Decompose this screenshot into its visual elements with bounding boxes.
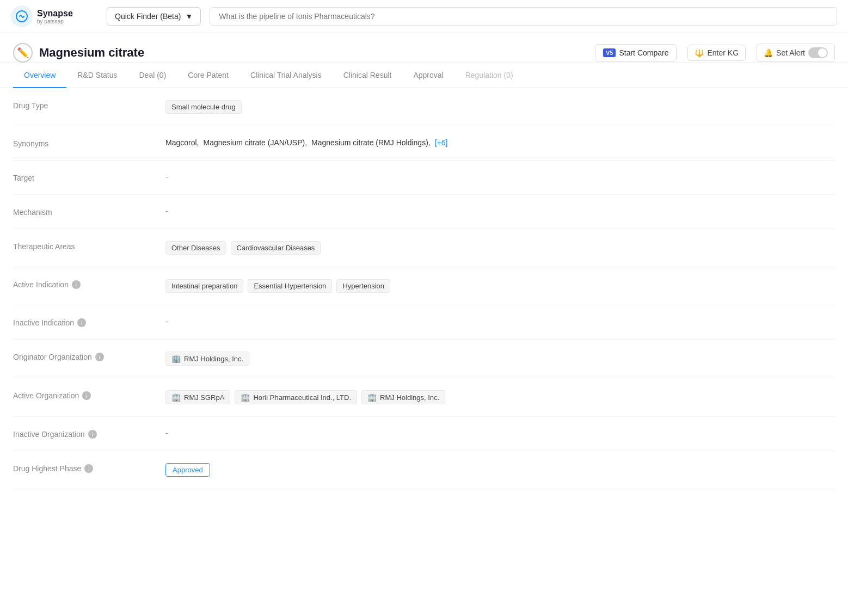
vs-badge: V5: [603, 48, 616, 57]
org-icon: 🏢: [171, 354, 181, 363]
toggle-knob: [818, 48, 827, 57]
originator-org-value: 🏢 RMJ Holdings, Inc.: [165, 352, 835, 366]
drug-name: Magnesium citrate: [39, 46, 144, 60]
header-actions: V5 Start Compare 🔱 Enter KG 🔔 Set Alert: [595, 44, 835, 62]
mechanism-label: Mechanism: [13, 207, 165, 217]
mechanism-dash: -: [165, 207, 168, 215]
inactive-org-value: -: [165, 429, 835, 438]
inactive-indication-row: Inactive Indication i -: [13, 305, 835, 340]
target-label: Target: [13, 173, 165, 182]
mechanism-value: -: [165, 207, 835, 215]
originator-org-row: Originator Organization i 🏢 RMJ Holdings…: [13, 340, 835, 378]
enter-kg-button[interactable]: 🔱 Enter KG: [687, 45, 746, 61]
synonyms-label: Synonyms: [13, 138, 165, 148]
therapeutic-areas-row: Therapeutic Areas Other Diseases Cardiov…: [13, 229, 835, 267]
drug-highest-phase-tag[interactable]: Approved: [165, 463, 210, 477]
tab-regulation[interactable]: Regulation (0): [454, 63, 524, 88]
tab-overview[interactable]: Overview: [13, 63, 66, 88]
drug-icon: ✏️: [13, 43, 33, 63]
logo-title: Synapse: [37, 9, 73, 19]
logo-sub: by patsnap: [37, 19, 73, 24]
quick-finder-label: Quick Finder (Beta): [115, 12, 181, 21]
active-org-value: 🏢 RMJ SGRpA 🏢 Horii Pharmaceutical Ind.,…: [165, 390, 835, 404]
active-indication-value: Intestinal preparation Essential Hyperte…: [165, 279, 835, 293]
active-indication-row: Active Indication i Intestinal preparati…: [13, 267, 835, 305]
inactive-indication-label: Inactive Indication i: [13, 317, 165, 327]
active-org-tag-1[interactable]: 🏢 RMJ SGRpA: [165, 390, 230, 404]
indication-tag-hypertension-essential: Essential Hypertension: [248, 279, 332, 293]
drug-highest-phase-value: Approved: [165, 463, 835, 477]
synonyms-row: Synonyms Magcorol, Magnesium citrate (JA…: [13, 126, 835, 161]
originator-org-tag[interactable]: 🏢 RMJ Holdings, Inc.: [165, 352, 249, 366]
drug-header: ✏️ Magnesium citrate V5 Start Compare 🔱 …: [0, 33, 848, 63]
set-alert-label: Set Alert: [776, 48, 805, 57]
therapeutic-areas-label: Therapeutic Areas: [13, 241, 165, 251]
drug-highest-phase-info-icon[interactable]: i: [84, 464, 93, 473]
org-icon-2: 🏢: [241, 393, 250, 402]
search-input[interactable]: [210, 7, 837, 26]
drug-type-value: Small molecule drug: [165, 100, 835, 114]
tabs-bar: Overview R&D Status Deal (0) Core Patent…: [0, 63, 848, 88]
drug-type-label: Drug Type: [13, 100, 165, 110]
synonyms-value: Magcorol, Magnesium citrate (JAN/USP), M…: [165, 138, 835, 147]
chevron-down-icon: ▼: [185, 12, 193, 21]
quick-finder-button[interactable]: Quick Finder (Beta) ▼: [107, 7, 201, 26]
logo-icon: [11, 5, 33, 27]
set-alert-button[interactable]: 🔔 Set Alert: [757, 44, 835, 62]
kg-icon: 🔱: [695, 48, 704, 57]
originator-org-label: Originator Organization i: [13, 352, 165, 361]
inactive-org-info-icon[interactable]: i: [88, 430, 97, 439]
logo-area: Synapse by patsnap: [11, 5, 98, 27]
tab-clinical-result[interactable]: Clinical Result: [333, 63, 403, 88]
org-icon-3: 🏢: [367, 393, 377, 402]
therapeutic-areas-value: Other Diseases Cardiovascular Diseases: [165, 241, 835, 255]
alert-icon: 🔔: [764, 48, 773, 57]
drug-highest-phase-row: Drug Highest Phase i Approved: [13, 451, 835, 489]
logo-text: Synapse by patsnap: [37, 9, 73, 24]
inactive-indication-info-icon[interactable]: i: [77, 318, 86, 327]
inactive-org-label: Inactive Organization i: [13, 429, 165, 439]
synonym-1: Magcorol,: [165, 138, 199, 147]
tab-clinical-trial[interactable]: Clinical Trial Analysis: [239, 63, 333, 88]
start-compare-button[interactable]: V5 Start Compare: [595, 44, 677, 61]
overview-content: Drug Type Small molecule drug Synonyms M…: [0, 88, 848, 489]
inactive-indication-value: -: [165, 317, 835, 326]
active-org-tag-3[interactable]: 🏢 RMJ Holdings, Inc.: [361, 390, 445, 404]
synonyms-more[interactable]: [+6]: [435, 138, 448, 147]
inactive-org-row: Inactive Organization i -: [13, 417, 835, 451]
active-org-row: Active Organization i 🏢 RMJ SGRpA 🏢 Hori…: [13, 378, 835, 417]
active-org-info-icon[interactable]: i: [82, 391, 91, 400]
therapeutic-tag-cardio: Cardiovascular Diseases: [231, 241, 321, 255]
target-row: Target -: [13, 161, 835, 195]
drug-title-area: ✏️ Magnesium citrate: [13, 43, 144, 63]
indication-tag-intestinal: Intestinal preparation: [165, 279, 243, 293]
mechanism-row: Mechanism -: [13, 195, 835, 229]
enter-kg-label: Enter KG: [707, 48, 739, 57]
target-value: -: [165, 173, 835, 181]
indication-tag-hypertension: Hypertension: [336, 279, 390, 293]
tab-rd-status[interactable]: R&D Status: [66, 63, 128, 88]
tab-deal[interactable]: Deal (0): [128, 63, 177, 88]
active-indication-label: Active Indication i: [13, 279, 165, 289]
synonym-2: Magnesium citrate (JAN/USP),: [203, 138, 307, 147]
drug-highest-phase-label: Drug Highest Phase i: [13, 463, 165, 473]
active-org-label: Active Organization i: [13, 390, 165, 400]
tab-core-patent[interactable]: Core Patent: [177, 63, 239, 88]
synonym-3: Magnesium citrate (RMJ Holdings),: [311, 138, 431, 147]
navbar: Synapse by patsnap Quick Finder (Beta) ▼: [0, 0, 848, 33]
originator-org-info-icon[interactable]: i: [95, 353, 104, 361]
active-org-tag-2[interactable]: 🏢 Horii Pharmaceutical Ind., LTD.: [235, 390, 357, 404]
therapeutic-tag-other: Other Diseases: [165, 241, 226, 255]
tab-approval[interactable]: Approval: [402, 63, 454, 88]
start-compare-label: Start Compare: [619, 48, 668, 57]
drug-type-row: Drug Type Small molecule drug: [13, 88, 835, 126]
org-icon-1: 🏢: [171, 393, 181, 402]
active-indication-info-icon[interactable]: i: [72, 280, 81, 289]
drug-type-tag: Small molecule drug: [165, 100, 242, 114]
target-dash: -: [165, 173, 168, 181]
alert-toggle[interactable]: [808, 47, 828, 58]
